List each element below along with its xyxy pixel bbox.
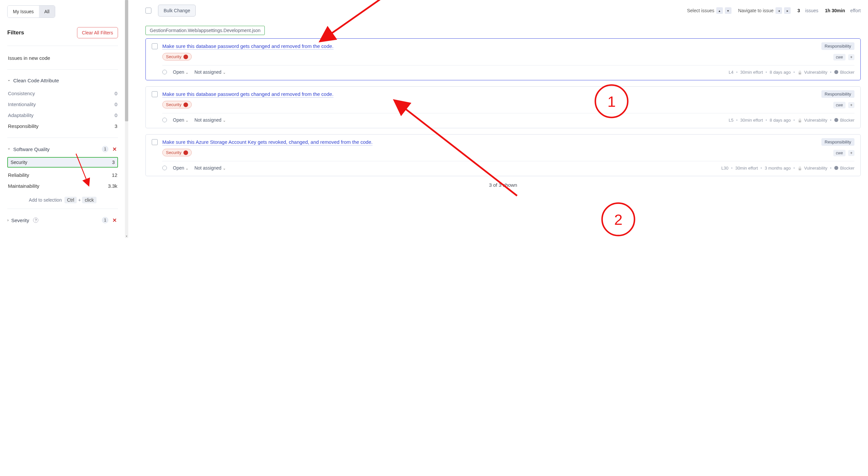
select-issues-control: Select issues ▴ ▾ — [687, 7, 731, 14]
facet-reliability[interactable]: Reliability 12 — [7, 169, 118, 181]
facet-security-selected[interactable]: Security 3 — [7, 157, 118, 167]
svg-text:2: 2 — [614, 211, 622, 228]
transition-radio-icon — [162, 166, 167, 170]
facet-clean-code-attribute[interactable]: Clean Code Attribute — [7, 78, 118, 83]
blocker-icon — [834, 166, 838, 170]
facet-software-quality[interactable]: Software Quality 1 ✕ — [7, 146, 118, 152]
bulk-change-button[interactable]: Bulk Change — [158, 5, 196, 17]
total-effort: 1h 30min effort — [825, 8, 861, 13]
issue-meta: L4 30min effort 8 days ago Vulnerability… — [729, 70, 855, 75]
transition-radio-icon — [162, 118, 167, 122]
svg-point-4 — [602, 203, 634, 236]
status-dropdown[interactable]: Open ⌄ — [173, 117, 188, 123]
responsibility-badge: Responsibility — [822, 42, 855, 50]
issues-in-new-code-label: Issues in new code — [8, 55, 50, 61]
clear-facet-button[interactable]: ✕ — [111, 146, 118, 152]
assignee-dropdown[interactable]: Not assigned ⌄ — [194, 165, 226, 170]
severity-dot-icon — [183, 102, 188, 107]
severity-dot-icon — [183, 55, 188, 59]
issues-count: 3 issues — [797, 8, 818, 13]
navigate-prev-button[interactable]: ◂ — [775, 7, 782, 14]
issue-card: Make sure this database password gets ch… — [146, 38, 861, 80]
kbd-ctrl: Ctrl — [64, 197, 77, 203]
status-dropdown[interactable]: Open ⌄ — [173, 165, 188, 170]
facet-title: Severity — [11, 218, 29, 223]
tab-my-issues[interactable]: My Issues — [8, 6, 39, 18]
responsibility-badge: Responsibility — [822, 138, 855, 146]
issue-card: Make sure this Azure Storage Account Key… — [146, 134, 861, 176]
chevron-down-icon — [7, 78, 10, 83]
issues-in-new-code-toggle[interactable]: Issues in new code — [7, 53, 118, 63]
security-pill[interactable]: Security — [162, 53, 192, 61]
chevron-right-icon — [7, 218, 9, 222]
severity-dot-icon — [183, 150, 188, 155]
chevron-down-icon — [7, 147, 10, 151]
active-filter-count-badge: 1 — [102, 217, 108, 223]
facet-responsibility[interactable]: Responsibility 3 — [7, 121, 118, 132]
facet-maintainability[interactable]: Maintainability 3.3k — [7, 181, 118, 191]
clear-all-filters-button[interactable]: Clear All Filters — [77, 27, 118, 38]
multiselect-hint: Add to selection Ctrl + click — [7, 197, 118, 203]
facet-label: Security — [10, 160, 27, 165]
blocker-icon — [834, 70, 838, 74]
issue-checkbox[interactable] — [152, 43, 158, 49]
navigate-next-button[interactable]: ▸ — [784, 7, 790, 14]
issue-title-link[interactable]: Make sure this database password gets ch… — [162, 91, 334, 97]
issues-toolbar: Bulk Change Select issues ▴ ▾ Navigate t… — [146, 5, 861, 17]
facet-intentionality[interactable]: Intentionality 0 — [7, 99, 118, 110]
facet-adaptability[interactable]: Adaptability 0 — [7, 110, 118, 121]
more-tags-button[interactable]: + — [848, 102, 855, 108]
status-dropdown[interactable]: Open ⌄ — [173, 69, 188, 75]
facet-consistency[interactable]: Consistency 0 — [7, 88, 118, 99]
lock-icon — [798, 70, 802, 75]
cwe-tag[interactable]: cwe — [833, 54, 845, 61]
cwe-tag[interactable]: cwe — [833, 150, 845, 156]
select-all-checkbox[interactable] — [146, 8, 151, 13]
issues-panel: Bulk Change Select issues ▴ ▾ Navigate t… — [126, 0, 868, 238]
responsibility-badge: Responsibility — [822, 90, 855, 98]
issue-meta: L30 30min effort 3 months ago Vulnerabil… — [721, 166, 855, 170]
clear-facet-button[interactable]: ✕ — [111, 217, 118, 223]
issue-checkbox[interactable] — [152, 91, 158, 97]
issue-meta: L5 30min effort 8 days ago Vulnerability… — [729, 118, 855, 123]
transition-radio-icon — [162, 70, 167, 74]
help-icon[interactable]: ? — [33, 218, 38, 223]
select-up-button[interactable]: ▴ — [716, 7, 723, 14]
filters-sidebar: ▾ My Issues All Filters Clear All Filter… — [0, 0, 126, 238]
issue-title-link[interactable]: Make sure this Azure Storage Account Key… — [162, 139, 373, 146]
issue-checkbox[interactable] — [152, 139, 158, 145]
navigate-issue-control: Navigate to issue ◂ ▸ — [738, 7, 790, 14]
file-path-pill[interactable]: GestionFormation.Web/appsettings.Develop… — [146, 26, 265, 35]
active-filter-count-badge: 1 — [102, 146, 108, 152]
lock-icon — [798, 118, 802, 123]
more-tags-button[interactable]: + — [848, 54, 855, 60]
facet-severity[interactable]: Severity ? 1 ✕ — [7, 217, 118, 223]
facet-count: 3 — [112, 160, 115, 165]
issue-scope-tabs: My Issues All — [7, 5, 55, 18]
blocker-icon — [834, 118, 838, 122]
filters-heading: Filters — [7, 29, 24, 36]
facet-title: Clean Code Attribute — [13, 78, 59, 83]
pagination-summary: 3 of 3 shown — [146, 182, 861, 188]
security-pill[interactable]: Security — [162, 101, 192, 108]
assignee-dropdown[interactable]: Not assigned ⌄ — [194, 117, 226, 123]
issue-title-link[interactable]: Make sure this database password gets ch… — [162, 43, 334, 50]
kbd-click: click — [82, 197, 96, 203]
lock-icon — [798, 166, 802, 170]
assignee-dropdown[interactable]: Not assigned ⌄ — [194, 69, 226, 75]
issue-card: Make sure this database password gets ch… — [146, 86, 861, 128]
select-down-button[interactable]: ▾ — [725, 7, 732, 14]
tab-all-issues[interactable]: All — [39, 6, 55, 18]
security-pill[interactable]: Security — [162, 149, 192, 156]
cwe-tag[interactable]: cwe — [833, 102, 845, 108]
facet-title: Software Quality — [13, 147, 50, 152]
more-tags-button[interactable]: + — [848, 150, 855, 156]
